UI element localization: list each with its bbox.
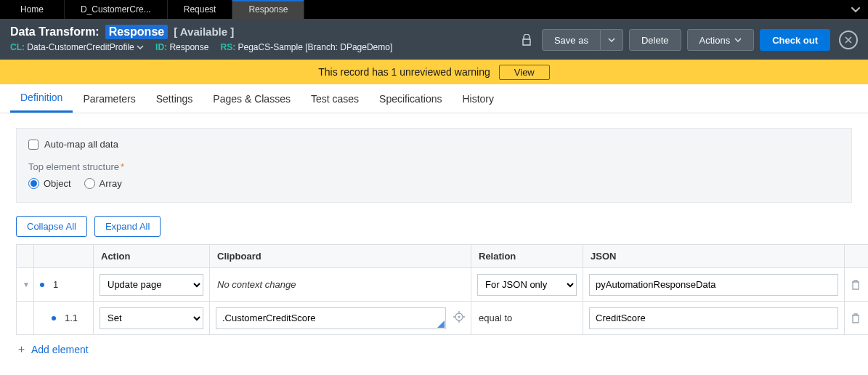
tab-pages-classes[interactable]: Pages & Classes xyxy=(203,84,301,113)
radio-object[interactable]: Object xyxy=(28,178,71,189)
delete-row-icon[interactable] xyxy=(845,268,868,301)
id-key: ID: xyxy=(155,42,167,52)
save-as-caret-button[interactable] xyxy=(601,29,623,51)
col-relation: Relation xyxy=(471,245,583,268)
expand-all-button[interactable]: Expand All xyxy=(94,216,161,237)
col-clipboard: Clipboard xyxy=(210,245,471,268)
lock-icon xyxy=(517,29,536,51)
step-dot-icon xyxy=(40,283,44,287)
rule-name: Response xyxy=(105,25,168,39)
id-value: Response xyxy=(169,42,208,52)
warning-banner: This record has 1 unreviewed warning Vie… xyxy=(0,60,868,84)
structure-panel: Auto-map all data Top element structure*… xyxy=(16,128,852,203)
plus-icon: ＋ xyxy=(16,342,27,356)
action-select[interactable]: Set xyxy=(100,307,203,329)
relation-select[interactable]: For JSON only xyxy=(477,274,577,296)
tab-history[interactable]: History xyxy=(452,84,504,113)
col-json: JSON xyxy=(583,245,845,268)
expand-toggle-icon[interactable]: ▼ xyxy=(23,281,30,289)
json-input[interactable] xyxy=(589,307,838,329)
save-as-button[interactable]: Save as xyxy=(542,29,601,51)
table-row: ▼ 1 Update page No context change For JS… xyxy=(17,268,869,302)
action-select[interactable]: Update page xyxy=(100,274,203,296)
actions-button[interactable]: Actions xyxy=(687,29,755,51)
availability-label: [ Available ] xyxy=(174,25,234,38)
tab-response[interactable]: Response xyxy=(232,0,304,19)
close-icon[interactable] xyxy=(839,31,858,49)
crosshair-icon[interactable] xyxy=(453,311,465,325)
delete-row-icon[interactable] xyxy=(845,302,868,334)
tab-settings[interactable]: Settings xyxy=(146,84,203,113)
relation-static: equal to xyxy=(471,302,583,334)
col-action: Action xyxy=(94,245,210,268)
radio-array-input[interactable] xyxy=(84,178,95,189)
tab-parameters[interactable]: Parameters xyxy=(73,84,145,113)
steps-table: Action Clipboard Relation JSON ▼ 1 Updat… xyxy=(16,244,868,335)
view-warnings-button[interactable]: View xyxy=(499,65,550,80)
automap-label: Auto-map all data xyxy=(44,139,118,150)
tab-d-customer[interactable]: D_CustomerCre... xyxy=(65,0,168,19)
cl-key: CL: xyxy=(10,42,25,52)
tab-request[interactable]: Request xyxy=(168,0,233,19)
radio-object-input[interactable] xyxy=(28,178,39,189)
warning-text: This record has 1 unreviewed warning xyxy=(318,66,490,78)
tab-specifications[interactable]: Specifications xyxy=(369,84,452,113)
top-element-structure-label: Top element structure* xyxy=(28,161,840,172)
table-row: 1.1 Set equal to xyxy=(17,302,869,335)
radio-array[interactable]: Array xyxy=(84,178,122,189)
cl-value[interactable]: Data-CustomerCreditProfile xyxy=(27,42,144,52)
workspace-tabs: Home D_CustomerCre... Request Response xyxy=(0,0,868,19)
check-out-button[interactable]: Check out xyxy=(760,29,830,51)
collapse-tabs-icon[interactable] xyxy=(843,0,868,19)
step-number: 1 xyxy=(53,279,58,290)
delete-button[interactable]: Delete xyxy=(629,29,681,51)
collapse-all-button[interactable]: Collapse All xyxy=(16,216,87,237)
svg-point-1 xyxy=(458,316,461,318)
add-element-link[interactable]: ＋ Add element xyxy=(16,342,852,356)
automap-checkbox[interactable] xyxy=(28,140,38,150)
rs-key: RS: xyxy=(220,42,235,52)
automap-check[interactable]: Auto-map all data xyxy=(28,139,840,150)
json-input[interactable] xyxy=(589,274,838,296)
rule-header: Data Transform: Response [ Available ] C… xyxy=(0,19,868,60)
tab-home[interactable]: Home xyxy=(0,0,65,19)
rs-value: PegaCS-Sample [Branch: DPageDemo] xyxy=(238,42,392,52)
step-dot-icon xyxy=(52,316,56,320)
rule-type-label: Data Transform: xyxy=(10,25,100,39)
rule-subtabs: Definition Parameters Settings Pages & C… xyxy=(0,84,868,113)
tab-test-cases[interactable]: Test cases xyxy=(301,84,369,113)
step-number: 1.1 xyxy=(65,312,78,323)
clipboard-static: No context change xyxy=(210,268,471,301)
tab-definition[interactable]: Definition xyxy=(10,84,73,113)
clipboard-input[interactable] xyxy=(216,307,446,329)
